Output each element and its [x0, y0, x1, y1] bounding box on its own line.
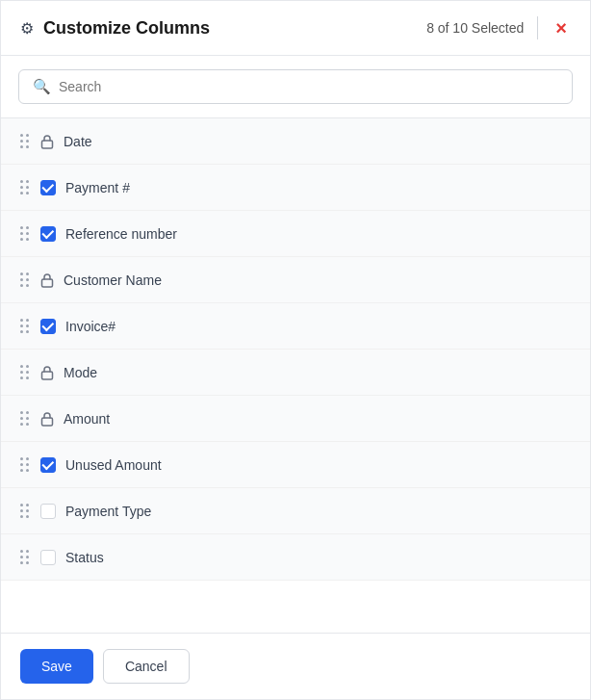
header-divider: [537, 16, 538, 39]
footer: Save Cancel: [1, 633, 590, 699]
list-item: Payment Type: [1, 488, 590, 534]
list-item: Status: [1, 534, 590, 581]
save-button[interactable]: Save: [20, 649, 93, 684]
search-icon: 🔍: [33, 78, 51, 95]
column-label: Payment Type: [65, 504, 151, 519]
column-label: Reference number: [65, 226, 177, 242]
column-checkbox[interactable]: [40, 504, 56, 519]
column-checkbox[interactable]: [40, 180, 56, 195]
drag-handle-icon[interactable]: [18, 455, 31, 474]
selected-count: 8 of 10 Selected: [426, 20, 524, 36]
drag-handle-icon[interactable]: [18, 548, 31, 566]
column-label: Date: [64, 134, 92, 149]
list-item: Customer Name: [1, 257, 590, 303]
header-right: 8 of 10 Selected ×: [426, 16, 571, 39]
search-input[interactable]: [59, 79, 558, 94]
column-checkbox[interactable]: [40, 457, 56, 473]
column-label: Customer Name: [64, 272, 162, 288]
column-label: Amount: [64, 411, 110, 427]
cancel-button[interactable]: Cancel: [103, 649, 190, 684]
close-button[interactable]: ×: [552, 16, 571, 39]
drag-handle-icon[interactable]: [18, 132, 31, 150]
customize-columns-panel: ⚙ Customize Columns 8 of 10 Selected × 🔍…: [0, 0, 591, 700]
svg-rect-1: [42, 279, 53, 287]
column-label: Unused Amount: [65, 457, 162, 473]
lock-icon: [40, 365, 54, 380]
drag-handle-icon[interactable]: [18, 502, 31, 520]
column-checkbox[interactable]: [40, 319, 56, 334]
search-section: 🔍: [1, 56, 590, 118]
sliders-icon: ⚙: [20, 19, 34, 38]
list-item: Date: [1, 118, 590, 165]
column-list: Date Payment # Reference number Customer…: [1, 118, 590, 633]
list-item: Payment #: [1, 165, 590, 211]
drag-handle-icon[interactable]: [18, 224, 31, 243]
list-item: Amount: [1, 396, 590, 442]
drag-handle-icon[interactable]: [18, 317, 31, 335]
drag-handle-icon[interactable]: [18, 409, 31, 428]
svg-rect-0: [42, 141, 53, 148]
list-item: Reference number: [1, 211, 590, 257]
column-label: Mode: [64, 365, 97, 380]
drag-handle-icon[interactable]: [18, 271, 31, 289]
svg-rect-3: [42, 418, 53, 426]
column-checkbox[interactable]: [40, 226, 56, 242]
column-checkbox[interactable]: [40, 550, 56, 565]
search-container: 🔍: [18, 69, 573, 104]
column-label: Invoice#: [65, 319, 116, 334]
lock-icon: [40, 134, 54, 149]
lock-icon: [40, 411, 54, 427]
lock-icon: [40, 272, 54, 288]
column-label: Status: [65, 550, 104, 565]
column-label: Payment #: [65, 180, 130, 195]
drag-handle-icon[interactable]: [18, 178, 31, 196]
svg-rect-2: [42, 372, 53, 379]
list-item: Unused Amount: [1, 442, 590, 488]
header-left: ⚙ Customize Columns: [20, 18, 210, 39]
panel-title: Customize Columns: [43, 18, 210, 39]
list-item: Mode: [1, 350, 590, 396]
panel-header: ⚙ Customize Columns 8 of 10 Selected ×: [1, 1, 590, 56]
list-item: Invoice#: [1, 303, 590, 350]
drag-handle-icon[interactable]: [18, 363, 31, 381]
